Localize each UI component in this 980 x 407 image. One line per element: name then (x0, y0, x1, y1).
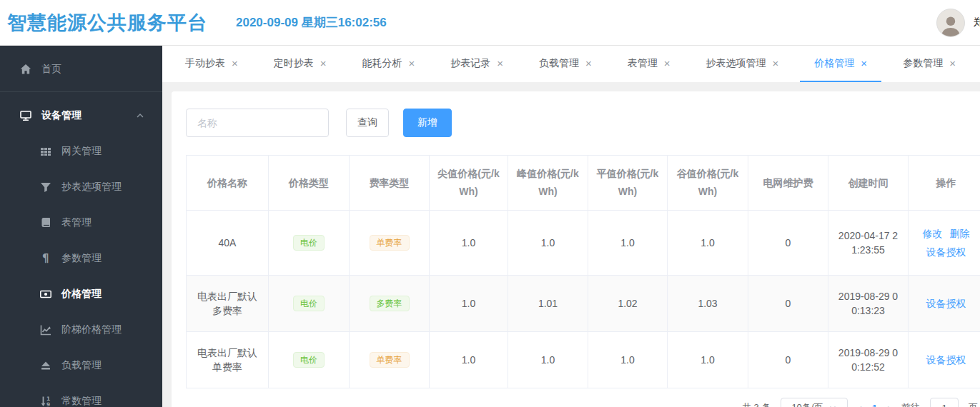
sidebar-item-label: 价格管理 (61, 288, 102, 301)
tab-scheduled-meter-reading[interactable]: 定时抄表 × (259, 46, 341, 82)
pilcrow-icon: ¶ (40, 253, 51, 264)
close-icon[interactable]: × (773, 57, 779, 69)
sidebar-item-tiered-price-management[interactable]: 阶梯价格管理 (0, 312, 162, 348)
cell-flat-price: 1.0 (588, 211, 668, 276)
sidebar-item-device-management[interactable]: 设备管理 (0, 98, 162, 134)
close-icon[interactable]: × (232, 57, 238, 69)
tab-price-management[interactable]: 价格管理 × (800, 46, 881, 82)
page-number[interactable]: 1 (872, 403, 877, 407)
table-row: 电表出厂默认单费率 电价 单费率 1.0 1.0 1.0 1.0 0 2019-… (187, 332, 980, 388)
column-header: 谷值价格(元/kWh) (668, 156, 748, 211)
sidebar-item-meter-reading-options[interactable]: 抄表选项管理 (0, 169, 162, 205)
sidebar-divider (0, 91, 162, 92)
cell-price-type: 电价 (269, 332, 350, 388)
cell-sharp-price: 1.0 (430, 276, 508, 332)
chevron-up-icon (135, 111, 145, 121)
cell-created-time: 2019-08-29 00:12:52 (828, 332, 909, 388)
sidebar-item-home[interactable]: 首页 (0, 51, 162, 87)
column-header: 创建时间 (828, 156, 909, 211)
book-icon (40, 217, 51, 228)
tab-meter-reading-records[interactable]: 抄表记录 × (436, 46, 518, 82)
edit-link[interactable]: 修改 (923, 224, 943, 243)
price-type-badge: 电价 (293, 352, 325, 368)
goto-page-input[interactable] (930, 398, 959, 407)
tab-label: 手动抄表 (185, 57, 225, 70)
prev-page-button[interactable]: ‹ (858, 402, 862, 407)
goto-label: 前往 (901, 401, 920, 407)
close-icon[interactable]: × (861, 57, 867, 69)
close-icon[interactable]: × (664, 57, 670, 69)
tab-label: 抄表选项管理 (706, 57, 766, 70)
rate-type-badge: 单费率 (370, 235, 410, 251)
cell-price-type: 电价 (269, 276, 350, 332)
column-header: 价格名称 (187, 156, 269, 211)
cell-grid-fee: 0 (748, 211, 828, 276)
column-header: 费率类型 (350, 156, 430, 211)
close-icon[interactable]: × (585, 57, 592, 69)
close-icon[interactable]: × (497, 57, 503, 69)
svg-text:¶: ¶ (42, 253, 49, 264)
pagination: 共 3 条 10条/页 ‹ 1 › 前往 页 (186, 398, 978, 407)
eject-icon (40, 360, 51, 371)
monitor-icon (20, 110, 31, 121)
cell-rate-type: 单费率 (350, 332, 430, 388)
tab-meter-management[interactable]: 表管理 × (613, 46, 685, 82)
page-size-select[interactable]: 10条/页 (781, 398, 848, 407)
cell-rate-type: 多费率 (350, 276, 430, 332)
column-header: 操作 (909, 156, 980, 211)
add-button[interactable]: 新增 (403, 109, 452, 137)
sidebar-item-meter-management[interactable]: 表管理 (0, 205, 162, 241)
tab-meter-reading-options[interactable]: 抄表选项管理 × (692, 46, 793, 82)
cell-valley-price: 1.0 (668, 211, 748, 276)
person-icon (939, 12, 963, 36)
close-icon[interactable]: × (949, 57, 956, 69)
tab-label: 表管理 (628, 57, 658, 70)
cell-price-name: 电表出厂默认多费率 (187, 276, 269, 332)
price-type-badge: 电价 (293, 296, 325, 311)
tab-label: 定时抄表 (274, 57, 314, 70)
sidebar-item-parameter-management[interactable]: ¶ 参数管理 (0, 241, 162, 276)
sidebar-item-load-management[interactable]: 负载管理 (0, 348, 162, 383)
tab-energy-analysis[interactable]: 能耗分析 × (348, 46, 430, 82)
tab-load-management[interactable]: 负载管理 × (525, 46, 606, 82)
device-authorize-link[interactable]: 设备授权 (926, 243, 966, 261)
sidebar-item-label: 表管理 (61, 216, 91, 229)
app-header: 智慧能源公共服务平台 2020-09-09 星期三16:02:56 郑 (0, 0, 980, 46)
cell-peak-price: 1.0 (508, 332, 588, 388)
cell-grid-fee: 0 (748, 276, 828, 332)
column-header: 电网维护费 (748, 156, 828, 211)
sidebar-item-label: 首页 (41, 63, 61, 76)
filter-icon (40, 181, 51, 193)
table-row: 40A 电价 单费率 1.0 1.0 1.0 1.0 0 2020-04-17 … (187, 211, 980, 276)
cell-actions: 修改删除设备授权 (909, 211, 980, 276)
tab-label: 参数管理 (903, 57, 943, 70)
svg-text:9: 9 (46, 401, 50, 407)
price-management-panel: 查询 新增 价格名称 价格类型 费率类型 尖值价格(元/kWh) 峰值价格(元/… (172, 91, 980, 407)
toolbar: 查询 新增 (186, 109, 980, 137)
tab-parameter-management[interactable]: 参数管理 × (889, 46, 970, 82)
chart-line-icon (40, 324, 51, 336)
sidebar-item-label: 网关管理 (61, 145, 102, 158)
column-header: 峰值价格(元/kWh) (508, 156, 588, 211)
next-page-button[interactable]: › (887, 402, 891, 407)
cell-grid-fee: 0 (748, 332, 828, 388)
sidebar-item-label: 负载管理 (61, 359, 102, 372)
query-button[interactable]: 查询 (346, 109, 389, 137)
user-avatar[interactable] (936, 9, 965, 37)
home-icon (20, 64, 31, 75)
column-header: 尖值价格(元/kWh) (430, 156, 508, 211)
close-icon[interactable]: × (320, 57, 327, 69)
table-row: 电表出厂默认多费率 电价 多费率 1.0 1.01 1.02 1.03 0 20… (187, 276, 980, 332)
delete-link[interactable]: 删除 (950, 224, 970, 243)
close-icon[interactable]: × (409, 57, 415, 69)
cell-sharp-price: 1.0 (430, 332, 508, 388)
name-search-input[interactable] (186, 109, 329, 137)
tab-label: 价格管理 (814, 57, 854, 70)
sidebar-item-price-management[interactable]: 价格管理 (0, 276, 162, 312)
tab-label: 能耗分析 (362, 57, 402, 70)
sidebar-item-constant-management[interactable]: 19 常数管理 (0, 383, 162, 407)
tab-manual-meter-reading[interactable]: 手动抄表 × (171, 46, 252, 82)
sidebar-item-gateway-management[interactable]: 网关管理 (0, 134, 162, 169)
device-authorize-link[interactable]: 设备授权 (926, 351, 966, 369)
device-authorize-link[interactable]: 设备授权 (926, 294, 966, 313)
